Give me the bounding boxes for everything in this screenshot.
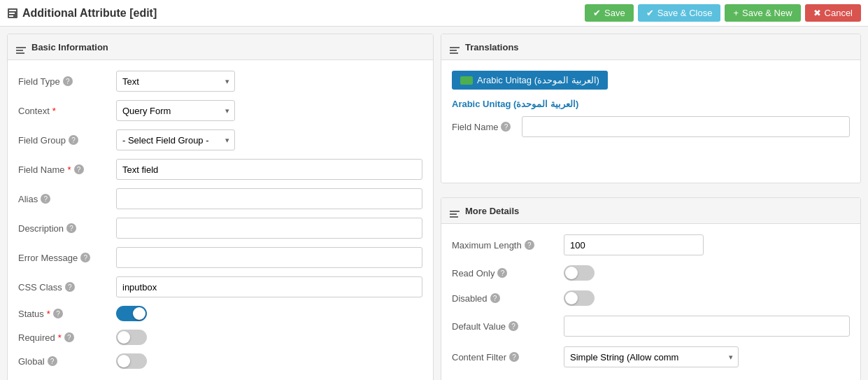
global-row: Global ? <box>18 353 422 369</box>
error-message-label: Error Message ? <box>18 253 116 263</box>
disabled-toggle[interactable] <box>564 290 595 306</box>
field-name-label: Field Name * ? <box>18 164 116 175</box>
max-length-input[interactable] <box>564 234 704 255</box>
error-message-input[interactable] <box>116 247 422 268</box>
field-type-row: Field Type ? Text Integer Decimal Date B… <box>18 71 422 92</box>
global-toggle[interactable] <box>116 353 147 369</box>
field-type-help-icon[interactable]: ? <box>63 76 73 86</box>
disabled-help-icon[interactable]: ? <box>490 293 500 303</box>
content-filter-help-icon[interactable]: ? <box>509 352 519 362</box>
save-new-button[interactable]: + Save & New <box>725 4 800 22</box>
content-filter-row: Content Filter ? Simple String (Allow co… <box>452 346 850 367</box>
flag-icon <box>460 76 473 85</box>
more-details-header: More Details <box>441 198 860 224</box>
read-only-toggle[interactable] <box>564 265 595 281</box>
context-label: Context * <box>18 106 116 116</box>
field-type-select-wrapper: Text Integer Decimal Date Boolean ▾ <box>116 71 235 92</box>
error-message-help-icon[interactable]: ? <box>80 253 90 262</box>
status-row: Status * ? <box>18 306 422 321</box>
language-button[interactable]: Arabic Unitag (العربية الموحدة) <box>452 71 608 90</box>
right-column: Translations Arabic Unitag (العربية المو… <box>441 34 861 380</box>
context-select-wrapper: Query Form Detail Form List ▾ <box>116 100 235 121</box>
field-name-help-icon[interactable]: ? <box>74 164 84 174</box>
translations-list-icon <box>450 40 460 54</box>
field-name-input[interactable] <box>116 159 422 180</box>
translation-field-name-input[interactable] <box>522 116 850 137</box>
context-select[interactable]: Query Form Detail Form List <box>116 100 235 121</box>
translation-field-name-help-icon[interactable]: ? <box>501 122 511 132</box>
field-group-select[interactable]: - Select Field Group - <box>116 129 235 150</box>
cancel-button[interactable]: ✖ Cancel <box>805 4 861 22</box>
description-label: Description ? <box>18 223 116 234</box>
field-type-label: Field Type ? <box>18 76 116 87</box>
toolbar-buttons: ✔ Save ✔ Save & Close + Save & New ✖ Can… <box>585 4 861 22</box>
content-filter-select-wrapper: Simple String (Allow comm Raw ▾ <box>564 346 739 367</box>
alias-input[interactable] <box>116 188 422 209</box>
more-details-panel: More Details Maximum Length ? Read Only … <box>441 197 861 380</box>
required-required: * <box>58 332 62 343</box>
translation-field-name-label: Field Name ? <box>452 122 522 132</box>
alias-row: Alias ? <box>18 188 422 209</box>
field-group-label: Field Group ? <box>18 135 116 146</box>
edit-icon <box>7 8 18 19</box>
default-value-help-icon[interactable]: ? <box>508 321 518 331</box>
page-title: Additional Attribute [edit] <box>7 7 157 20</box>
max-length-label: Maximum Length ? <box>452 240 564 251</box>
read-only-row: Read Only ? <box>452 265 850 281</box>
read-only-help-icon[interactable]: ? <box>497 268 507 278</box>
max-length-help-icon[interactable]: ? <box>525 240 534 250</box>
field-group-select-wrapper: - Select Field Group - ▾ <box>116 129 235 150</box>
css-class-input[interactable] <box>116 276 422 297</box>
required-label: Required * ? <box>18 332 116 343</box>
default-value-input[interactable] <box>564 316 850 337</box>
global-help-icon[interactable]: ? <box>48 356 57 366</box>
css-class-label: CSS Class ? <box>18 282 116 293</box>
field-group-row: Field Group ? - Select Field Group - ▾ <box>18 129 422 150</box>
translation-heading: Arabic Unitag (العربية الموحدة) <box>452 98 850 111</box>
save-new-icon: + <box>733 8 739 18</box>
save-close-icon: ✔ <box>646 8 654 18</box>
status-help-icon[interactable]: ? <box>53 309 63 318</box>
content-filter-select[interactable]: Simple String (Allow comm Raw <box>564 346 739 367</box>
css-class-row: CSS Class ? <box>18 276 422 297</box>
svg-rect-3 <box>9 15 13 17</box>
disabled-label: Disabled ? <box>452 293 564 304</box>
svg-rect-2 <box>9 13 15 14</box>
field-type-select[interactable]: Text Integer Decimal Date Boolean <box>116 71 235 92</box>
alias-help-icon[interactable]: ? <box>41 194 50 204</box>
list-icon <box>16 40 26 54</box>
context-row: Context * Query Form Detail Form List ▾ <box>18 100 422 121</box>
basic-info-header: Basic Information <box>8 34 433 60</box>
description-help-icon[interactable]: ? <box>66 223 76 233</box>
save-button[interactable]: ✔ Save <box>585 4 634 22</box>
status-label: Status * ? <box>18 309 116 319</box>
main-content: Basic Information Field Type ? Text Inte… <box>0 27 868 380</box>
field-group-help-icon[interactable]: ? <box>69 135 78 145</box>
svg-rect-1 <box>9 10 16 11</box>
more-details-list-icon <box>450 204 460 218</box>
required-help-icon[interactable]: ? <box>64 332 74 342</box>
context-required: * <box>52 106 56 116</box>
error-message-row: Error Message ? <box>18 247 422 268</box>
required-toggle[interactable] <box>116 330 147 345</box>
translations-header: Translations <box>441 34 860 60</box>
alias-label: Alias ? <box>18 194 116 204</box>
save-icon: ✔ <box>593 8 601 18</box>
translations-body: Arabic Unitag (العربية الموحدة) Arabic U… <box>441 60 860 153</box>
description-input[interactable] <box>116 218 422 239</box>
save-close-button[interactable]: ✔ Save & Close <box>638 4 721 22</box>
default-value-label: Default Value ? <box>452 321 564 332</box>
css-class-help-icon[interactable]: ? <box>65 282 75 292</box>
status-toggle[interactable] <box>116 306 147 321</box>
disabled-row: Disabled ? <box>452 290 850 306</box>
description-row: Description ? <box>18 218 422 239</box>
required-row: Required * ? <box>18 330 422 345</box>
translations-panel: Translations Arabic Unitag (العربية المو… <box>441 34 861 183</box>
max-length-row: Maximum Length ? <box>452 234 850 255</box>
read-only-label: Read Only ? <box>452 268 564 279</box>
default-value-row: Default Value ? <box>452 316 850 337</box>
basic-info-panel: Basic Information Field Type ? Text Inte… <box>7 34 434 380</box>
content-filter-label: Content Filter ? <box>452 352 564 363</box>
field-name-required: * <box>67 164 71 175</box>
field-name-row: Field Name * ? <box>18 159 422 180</box>
